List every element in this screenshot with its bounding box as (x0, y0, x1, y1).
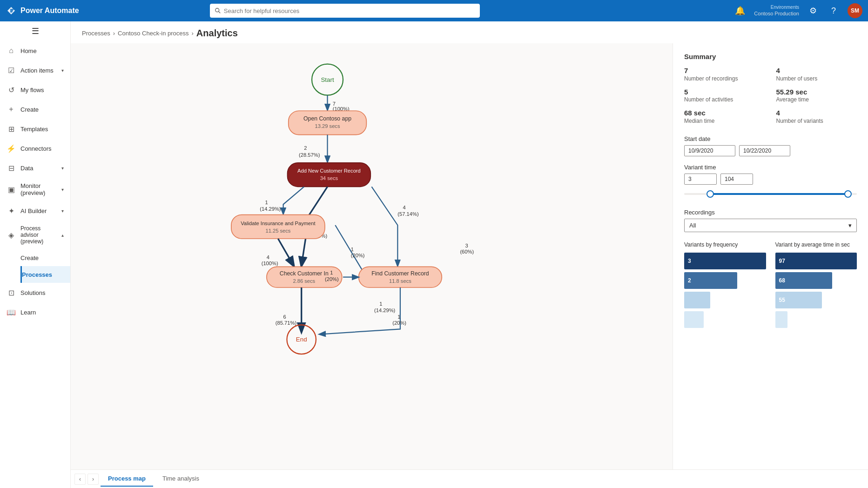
summary-activities-value: 5 Number of activities (684, 87, 765, 107)
help-icon[interactable]: ? (827, 4, 840, 17)
sidebar-item-ai-builder[interactable]: ✦ AI Builder ▾ (0, 201, 70, 221)
avg-time-label: Average time (776, 96, 857, 103)
data-icon: ⊟ (7, 164, 16, 173)
sidebar-item-label: Connectors (20, 145, 64, 152)
avg-time-bars: 97 68 55 (775, 253, 857, 328)
tab-prev-button[interactable]: ‹ (74, 474, 86, 485)
right-panel: Summary 7 Number of recordings 4 Number … (673, 43, 868, 469)
tab-time-analysis[interactable]: Time analysis (155, 471, 207, 487)
sidebar-item-label: Templates (20, 126, 64, 133)
sidebar-collapse-button[interactable]: ☰ (0, 21, 70, 41)
summary-median-value: 68 sec Median time (684, 108, 765, 128)
settings-icon[interactable]: ⚙ (807, 4, 820, 17)
sidebar-item-learn[interactable]: 📖 Learn (0, 302, 70, 322)
avg-time: 55.29 sec (776, 87, 857, 97)
power-automate-icon (6, 5, 17, 16)
freq-bar-2: 2 (684, 272, 737, 289)
recordings-dropdown[interactable]: All ▾ (684, 219, 857, 232)
sidebar-item-create[interactable]: + Create (0, 100, 70, 119)
svg-text:2.86 secs: 2.86 secs (293, 278, 315, 284)
summary-recordings-value: 7 Number of recordings (684, 66, 765, 86)
sidebar-item-templates[interactable]: ⊞ Templates (0, 119, 70, 139)
slider-track (684, 193, 857, 195)
sidebar-item-processes[interactable]: Processes (20, 266, 70, 283)
date-from-input[interactable] (684, 145, 735, 156)
frequency-chart-title: Variants by frequency (684, 241, 766, 248)
app-logo[interactable]: Power Automate (6, 5, 80, 16)
time-bar-2: 68 (775, 272, 833, 289)
slider-thumb-left[interactable] (707, 190, 714, 198)
sidebar-item-label: Action items (20, 67, 57, 74)
freq-bar-4 (684, 311, 704, 328)
sidebar-item-home[interactable]: ⌂ Home (0, 41, 70, 60)
svg-text:(85.71%): (85.71%) (276, 320, 297, 326)
ai-builder-icon: ✦ (7, 207, 16, 215)
sidebar-sub-menu: Create Processes (0, 249, 70, 283)
breadcrumb-processes[interactable]: Processes (82, 30, 110, 37)
bar-row: 68 (775, 272, 857, 289)
summary-grid: 7 Number of recordings 4 Number of users… (684, 66, 857, 128)
monitor-icon: ▣ (7, 185, 16, 194)
sidebar-item-label: My flows (20, 87, 64, 94)
validate-node (231, 215, 325, 239)
svg-text:34 secs: 34 secs (320, 175, 338, 181)
tab-next-button[interactable]: › (87, 474, 99, 485)
freq-bar-3 (684, 292, 710, 308)
breadcrumb-current: Analytics (196, 28, 238, 39)
edge-add-validate (283, 187, 304, 214)
charts-row: Variants by frequency 3 2 (684, 241, 857, 331)
svg-text:2: 2 (304, 145, 307, 151)
svg-text:1: 1 (265, 200, 268, 205)
svg-point-0 (215, 8, 219, 12)
sidebar-item-process-advisor[interactable]: ◈ Process advisor (preview) ▴ (0, 221, 70, 249)
variant-min-input[interactable] (684, 174, 717, 185)
sidebar-item-monitor[interactable]: ▣ Monitor (preview) ▾ (0, 178, 70, 201)
sidebar-item-connectors[interactable]: ⚡ Connectors (0, 139, 70, 158)
recordings-value: All (689, 222, 696, 229)
date-range-section: Start date (684, 135, 857, 156)
search-bar[interactable] (210, 4, 480, 18)
users-label: Number of users (776, 75, 857, 82)
breadcrumb-process-name[interactable]: Contoso Check-in process (118, 30, 188, 37)
svg-text:3: 3 (465, 243, 468, 248)
bar-row (775, 311, 857, 328)
learn-icon: 📖 (7, 308, 16, 317)
environment-selector[interactable]: Environments Contoso Production (754, 4, 799, 17)
variant-time-slider[interactable] (684, 188, 857, 200)
sidebar-item-label: Process advisor (preview) (20, 225, 57, 245)
end-label: End (296, 336, 307, 343)
summary-title: Summary (684, 53, 857, 60)
sidebar-item-action-items[interactable]: ☑ Action items ▾ (0, 60, 70, 80)
edge-add-find (372, 187, 398, 266)
date-inputs (684, 145, 857, 156)
avatar[interactable]: SM (848, 3, 862, 18)
sidebar-item-create-sub[interactable]: Create (20, 249, 70, 266)
variant-max-input[interactable] (720, 174, 753, 185)
tab-process-map[interactable]: Process map (101, 471, 153, 487)
svg-text:1: 1 (330, 270, 333, 275)
users-count: 4 (776, 66, 857, 75)
start-label: Start (321, 76, 334, 83)
chevron-down-icon: ▾ (61, 187, 64, 192)
search-input[interactable] (224, 7, 475, 14)
svg-line-1 (219, 12, 221, 13)
sidebar-item-my-flows[interactable]: ↺ My flows (0, 80, 70, 100)
recordings-count: 7 (684, 66, 765, 75)
date-to-input[interactable] (739, 145, 790, 156)
sidebar-item-label: Solutions (20, 289, 64, 296)
notification-icon[interactable]: 🔔 (733, 4, 747, 17)
sidebar-item-label: Home (20, 47, 64, 54)
breadcrumb-separator: › (113, 30, 115, 37)
sidebar-item-label: Processes (22, 271, 64, 278)
sidebar-item-label: Create (20, 254, 64, 261)
bar-row (684, 311, 766, 328)
activities-count: 5 (684, 87, 765, 97)
topbar: Power Automate 🔔 Environments Contoso Pr… (0, 0, 868, 21)
chevron-down-icon: ▾ (61, 166, 64, 171)
slider-thumb-right[interactable] (844, 190, 852, 198)
sidebar-item-data[interactable]: ⊟ Data ▾ (0, 158, 70, 178)
app-title: Power Automate (20, 7, 79, 15)
process-map[interactable]: Start 7 (100%) Open Contoso app 13.29 se… (71, 43, 673, 469)
svg-text:(20%): (20%) (325, 276, 339, 282)
sidebar-item-solutions[interactable]: ⊡ Solutions (0, 283, 70, 302)
